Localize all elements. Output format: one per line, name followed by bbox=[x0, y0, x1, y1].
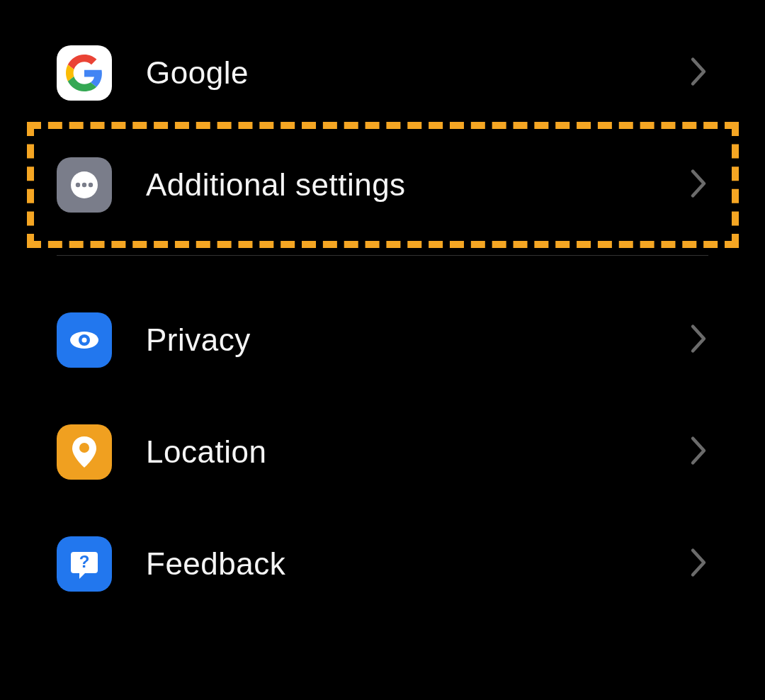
chevron-right-icon bbox=[688, 435, 708, 469]
svg-point-3 bbox=[89, 183, 93, 187]
svg-text:?: ? bbox=[79, 552, 90, 571]
settings-item-location[interactable]: Location bbox=[0, 396, 765, 508]
settings-item-privacy[interactable]: Privacy bbox=[0, 284, 765, 396]
chevron-right-icon bbox=[688, 547, 708, 581]
svg-point-1 bbox=[76, 183, 80, 187]
settings-item-label: Google bbox=[146, 55, 688, 91]
settings-item-label: Additional settings bbox=[146, 167, 688, 203]
chevron-right-icon bbox=[688, 168, 708, 202]
svg-point-2 bbox=[82, 183, 86, 187]
section-divider bbox=[57, 255, 708, 256]
settings-item-label: Privacy bbox=[146, 322, 688, 358]
settings-item-label: Feedback bbox=[146, 546, 688, 582]
svg-point-6 bbox=[82, 338, 87, 343]
settings-item-label: Location bbox=[146, 434, 688, 470]
settings-list: Google Additional settings bbox=[0, 0, 765, 620]
settings-item-feedback[interactable]: ? Feedback bbox=[0, 508, 765, 620]
settings-item-google[interactable]: Google bbox=[0, 17, 765, 129]
more-icon bbox=[57, 157, 112, 213]
settings-item-additional-settings[interactable]: Additional settings bbox=[0, 129, 765, 241]
location-pin-icon bbox=[57, 424, 112, 480]
chevron-right-icon bbox=[688, 56, 708, 90]
google-icon bbox=[57, 45, 112, 101]
chevron-right-icon bbox=[688, 323, 708, 357]
eye-icon bbox=[57, 312, 112, 368]
svg-point-7 bbox=[79, 443, 89, 453]
feedback-icon: ? bbox=[57, 536, 112, 592]
